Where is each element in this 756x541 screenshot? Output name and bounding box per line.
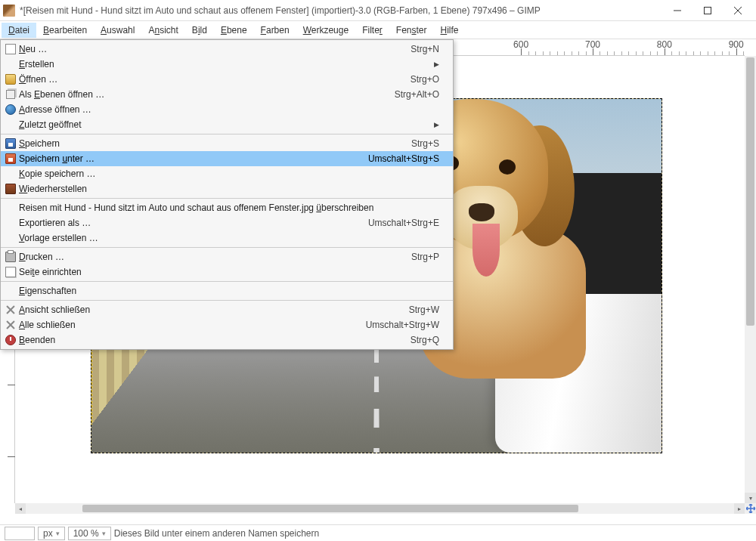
status-message: Dieses Bild unter einem anderen Namen sp…	[114, 528, 319, 539]
menu-item-als-ebenen-öffnen[interactable]: Als Ebenen öffnen …Strg+Alt+O	[1, 87, 453, 102]
menu-item-label: Öffnen …	[19, 74, 411, 85]
pageset-icon	[2, 266, 19, 278]
menu-item-shortcut: Umschalt+Strg+S	[368, 153, 439, 164]
menu-item-shortcut: Strg+P	[411, 252, 439, 262]
menu-item-shortcut: Strg+Q	[411, 335, 439, 345]
app-icon	[3, 5, 15, 17]
blank-icon	[2, 168, 19, 180]
revert-icon	[2, 183, 19, 195]
menu-fenster[interactable]: Fenster	[389, 23, 434, 38]
menu-item-label: Ansicht schließen	[19, 305, 409, 315]
close-icon	[2, 304, 19, 316]
menu-item-shortcut: Strg+W	[409, 305, 439, 315]
blank-icon	[2, 217, 19, 229]
menu-item-shortcut: Umschalt+Strg+E	[368, 218, 439, 228]
new-icon	[2, 43, 19, 55]
menu-item-shortcut: Strg+S	[411, 138, 439, 149]
blank-icon	[2, 202, 19, 214]
menu-item-kopie-speichern[interactable]: Kopie speichern …	[1, 166, 453, 181]
menu-item-alle-schließen[interactable]: Alle schließenUmschalt+Strg+W	[1, 317, 453, 332]
menu-item-label: Speichern unter …	[19, 153, 368, 164]
menu-item-label: Reisen mit Hund - Hund sitzt im Auto und…	[19, 202, 439, 213]
menu-item-label: Alle schließen	[19, 320, 366, 330]
menu-item-erstellen[interactable]: Erstellen▶	[1, 57, 453, 72]
menu-item-exportieren-als[interactable]: Exportieren als …Umschalt+Strg+E	[1, 215, 453, 230]
saveas-icon	[2, 153, 19, 165]
menu-item-shortcut: Strg+N	[411, 44, 439, 54]
menu-item-speichern[interactable]: SpeichernStrg+S	[1, 136, 453, 151]
menu-item-label: Erstellen	[19, 59, 434, 70]
menu-item-label: Wiederherstellen	[19, 184, 439, 194]
menu-item-drucken[interactable]: Drucken …Strg+P	[1, 249, 453, 264]
menubar: DateiBearbeitenAuswahlAnsichtBildEbeneFa…	[0, 21, 756, 39]
menu-hilfe[interactable]: Hilfe	[434, 23, 466, 38]
menu-item-ansicht-schließen[interactable]: Ansicht schließenStrg+W	[1, 302, 453, 317]
zoom-selector[interactable]: 100 %▾	[68, 527, 111, 540]
print-icon	[2, 251, 19, 263]
menu-item-label: Speichern	[19, 138, 411, 149]
blank-icon	[2, 119, 19, 131]
menu-item-zuletzt-geöffnet[interactable]: Zuletzt geöffnet▶	[1, 117, 453, 132]
minimize-button[interactable]	[662, 0, 692, 21]
status-coords	[5, 527, 35, 540]
blank-icon	[2, 232, 19, 244]
menu-item-shortcut: Umschalt+Strg+W	[366, 320, 439, 330]
horizontal-scroll-thumb[interactable]	[82, 505, 578, 512]
vertical-scroll-thumb[interactable]	[746, 57, 754, 326]
blank-icon	[2, 285, 19, 297]
quit-icon	[2, 334, 19, 346]
menu-item-neu[interactable]: Neu …Strg+N	[1, 42, 453, 57]
horizontal-scrollbar[interactable]: ◂ ▸	[15, 503, 745, 514]
menu-item-label: Kopie speichern …	[19, 168, 439, 179]
file-menu-dropdown: Neu …Strg+NErstellen▶Öffnen …Strg+OAls E…	[0, 39, 454, 350]
menu-bild[interactable]: Bild	[185, 23, 214, 38]
close-button[interactable]	[723, 0, 753, 21]
menu-ansicht[interactable]: Ansicht	[141, 23, 184, 38]
menu-item-beenden[interactable]: BeendenStrg+Q	[1, 332, 453, 348]
menu-item-label: Zuletzt geöffnet	[19, 119, 434, 130]
menu-item-label: Adresse öffnen …	[19, 104, 439, 115]
submenu-arrow-icon: ▶	[434, 121, 439, 128]
menu-auswahl[interactable]: Auswahl	[94, 23, 141, 38]
menu-item-label: Exportieren als …	[19, 218, 368, 228]
menu-item-speichern-unter[interactable]: Speichern unter …Umschalt+Strg+S	[1, 151, 453, 166]
menu-item-label: Drucken …	[19, 252, 411, 262]
menu-item-eigenschaften[interactable]: Eigenschaften	[1, 283, 453, 298]
menu-item-reisen-mit-hund-hund-sitzt-im-[interactable]: Reisen mit Hund - Hund sitzt im Auto und…	[1, 200, 453, 215]
blank-icon	[2, 58, 19, 70]
menu-item-wiederherstellen[interactable]: Wiederherstellen	[1, 181, 453, 196]
submenu-arrow-icon: ▶	[434, 60, 439, 68]
menu-farben[interactable]: Farben	[254, 23, 296, 38]
menu-item-label: Eigenschaften	[19, 286, 439, 296]
statusbar: px▾ 100 %▾ Dieses Bild unter einem ander…	[0, 524, 756, 541]
menu-bearbeiten[interactable]: Bearbeiten	[36, 23, 94, 38]
scroll-left-button[interactable]: ◂	[15, 503, 26, 514]
menu-item-label: Beenden	[19, 335, 411, 345]
svg-rect-1	[705, 7, 711, 14]
menu-item-label: Vorlage erstellen …	[19, 233, 439, 243]
menu-filter[interactable]: Filter	[355, 23, 389, 38]
menu-item-vorlage-erstellen[interactable]: Vorlage erstellen …	[1, 230, 453, 246]
close-icon	[2, 319, 19, 331]
menu-item-seite-einrichten[interactable]: Seite einrichten	[1, 264, 453, 280]
menu-ebene[interactable]: Ebene	[214, 23, 254, 38]
menu-item-adresse-öffnen[interactable]: Adresse öffnen …	[1, 102, 453, 117]
menu-item-label: Als Ebenen öffnen …	[19, 89, 395, 100]
scroll-down-button[interactable]: ▾	[745, 493, 756, 503]
menu-item-label: Neu …	[19, 44, 411, 54]
maximize-button[interactable]	[692, 0, 723, 21]
menu-werkzeuge[interactable]: Werkzeuge	[296, 23, 355, 38]
open-icon	[2, 73, 19, 85]
menu-item-shortcut: Strg+Alt+O	[395, 89, 439, 100]
globe-icon	[2, 104, 19, 116]
scroll-right-button[interactable]: ▸	[734, 503, 745, 514]
vertical-scrollbar[interactable]: ▾	[745, 56, 756, 503]
menu-datei[interactable]: Datei	[2, 23, 36, 38]
unit-selector[interactable]: px▾	[38, 527, 65, 540]
window-title: *[Reisen mit Hund - Hund sitzt im Auto u…	[20, 5, 662, 16]
navigation-icon[interactable]	[745, 503, 756, 514]
layers-icon	[2, 88, 19, 100]
menu-item-shortcut: Strg+O	[411, 74, 439, 85]
menu-item-label: Seite einrichten	[19, 267, 439, 277]
menu-item-öffnen[interactable]: Öffnen …Strg+O	[1, 72, 453, 87]
